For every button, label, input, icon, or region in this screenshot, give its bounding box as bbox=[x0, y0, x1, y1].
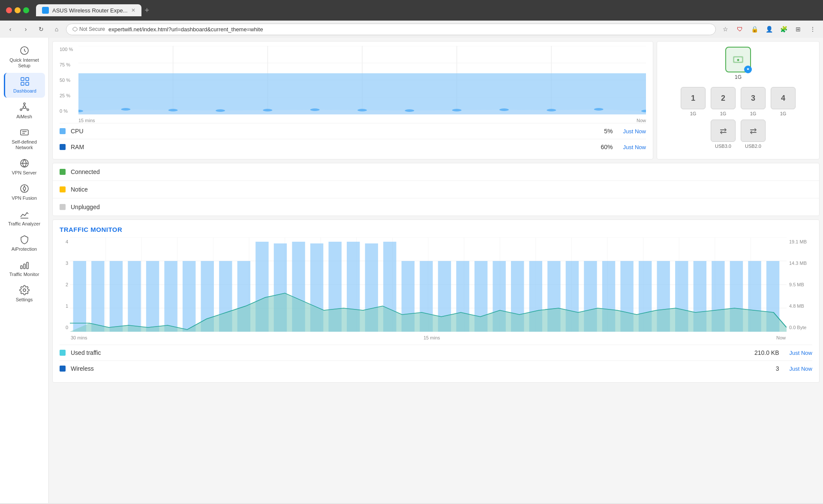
sidebar-item-quick-internet-setup[interactable]: Quick Internet Setup bbox=[4, 42, 45, 72]
legend-connected-label: Connected bbox=[71, 168, 100, 175]
traffic-monitor-title: TRAFFIC MONITOR bbox=[60, 226, 812, 233]
sidebar-item-traffic-analyzer[interactable]: Traffic Analyzer bbox=[4, 206, 45, 230]
svg-rect-75 bbox=[110, 261, 123, 332]
traffic-x-now: Now bbox=[776, 335, 786, 340]
legend-connected-dot bbox=[60, 169, 66, 175]
svg-rect-18 bbox=[21, 266, 22, 269]
cpu-time[interactable]: Just Now bbox=[623, 128, 646, 135]
cpu-row: CPU 5% Just Now bbox=[60, 123, 646, 139]
extension-button[interactable]: 🛡 bbox=[734, 23, 746, 35]
svg-line-10 bbox=[21, 108, 24, 109]
active-tab[interactable]: ASUS Wireless Router Expe... ✕ bbox=[36, 4, 141, 16]
sidebar-label-settings: Settings bbox=[16, 297, 33, 303]
usb3-box: ⇄ bbox=[711, 120, 736, 142]
used-traffic-time[interactable]: Just Now bbox=[790, 350, 812, 356]
svg-rect-12 bbox=[21, 130, 28, 135]
legend-unplugged-dot bbox=[60, 204, 66, 210]
security-indicator: Not Secure bbox=[72, 26, 105, 32]
x-label-15mins: 15 mins bbox=[78, 118, 95, 123]
svg-rect-1 bbox=[21, 78, 24, 81]
sidebar-label-self-defined-network: Self-defined Network bbox=[6, 139, 42, 150]
traffic-y-left-4: 4 bbox=[60, 239, 68, 244]
back-button[interactable]: ‹ bbox=[4, 23, 16, 35]
port-2: 2 1G bbox=[711, 87, 736, 116]
reload-button[interactable]: ↻ bbox=[35, 23, 47, 35]
traffic-x-30mins: 30 mins bbox=[71, 335, 87, 340]
sidebar-item-self-defined-network[interactable]: Self-defined Network bbox=[4, 124, 45, 154]
forward-button[interactable]: › bbox=[20, 23, 32, 35]
sidebar-label-traffic-monitor: Traffic Monitor bbox=[9, 272, 39, 277]
router-main-icon[interactable] bbox=[725, 47, 751, 72]
tab-close-button[interactable]: ✕ bbox=[131, 7, 135, 13]
close-button[interactable] bbox=[6, 7, 12, 13]
traffic-y-left-1: 1 bbox=[60, 303, 68, 309]
traffic-y-left-2: 2 bbox=[60, 282, 68, 287]
svg-point-40 bbox=[357, 109, 367, 111]
bookmark-button[interactable]: ☆ bbox=[719, 23, 731, 35]
address-bar[interactable]: Not Secure expertwifi.net/index.html?url… bbox=[66, 24, 716, 35]
port-3: 3 1G bbox=[741, 87, 766, 116]
port-4: 4 1G bbox=[771, 87, 796, 116]
sidebar-item-dashboard[interactable]: Dashboard bbox=[4, 73, 45, 97]
sidebar-label-aimesh: AiMesh bbox=[16, 114, 32, 120]
svg-rect-2 bbox=[26, 78, 29, 81]
legend-connected: Connected bbox=[53, 163, 819, 181]
sidebar-item-traffic-monitor[interactable]: Traffic Monitor bbox=[4, 256, 45, 281]
svg-point-43 bbox=[499, 108, 509, 111]
cpu-ram-chart-svg bbox=[78, 46, 646, 114]
minimize-button[interactable] bbox=[15, 7, 21, 13]
wireless-time[interactable]: Just Now bbox=[790, 366, 812, 372]
svg-point-37 bbox=[216, 109, 225, 112]
vpn-button[interactable]: 🔒 bbox=[748, 23, 760, 35]
maximize-button[interactable] bbox=[23, 7, 29, 13]
used-traffic-label: Used traffic bbox=[71, 349, 749, 356]
svg-rect-77 bbox=[146, 261, 159, 332]
sidebar: Quick Internet Setup Dashboard AiMesh bbox=[0, 38, 49, 503]
sidebar-label-quick-internet-setup: Quick Internet Setup bbox=[6, 57, 42, 69]
traffic-monitor-section: TRAFFIC MONITOR 4 3 2 1 0 bbox=[52, 219, 820, 383]
tab-title: ASUS Wireless Router Expe... bbox=[52, 7, 128, 14]
y-label-25: 25 % bbox=[60, 93, 77, 98]
sidebar-item-settings[interactable]: Settings bbox=[4, 282, 45, 306]
port-label-2: 1G bbox=[720, 111, 727, 116]
sidebar-label-dashboard: Dashboard bbox=[13, 88, 36, 94]
sidebar-label-traffic-analyzer: Traffic Analyzer bbox=[8, 221, 40, 227]
sidebar-item-vpn-server[interactable]: VPN Server bbox=[4, 155, 45, 179]
lan-ports-row: 1 1G 2 1G 3 bbox=[681, 87, 796, 116]
svg-rect-76 bbox=[128, 261, 141, 332]
sidebar-item-vpn-fusion[interactable]: VPN Fusion bbox=[4, 180, 45, 204]
used-traffic-dot bbox=[60, 350, 66, 356]
svg-point-21 bbox=[23, 289, 26, 291]
cpu-color-dot bbox=[60, 128, 66, 134]
traffic-y-right-48: 4.8 MB bbox=[789, 303, 812, 309]
svg-point-41 bbox=[405, 109, 414, 112]
usb2-box: ⇄ bbox=[741, 120, 766, 142]
svg-point-35 bbox=[121, 108, 130, 111]
main-content: 100 % 75 % 50 % 25 % 0 % bbox=[49, 38, 823, 503]
svg-point-42 bbox=[452, 109, 462, 111]
port-box-3: 3 bbox=[741, 87, 766, 109]
profile-button[interactable]: 👤 bbox=[763, 23, 775, 35]
ram-time[interactable]: Just Now bbox=[623, 144, 646, 150]
svg-point-6 bbox=[24, 103, 25, 105]
sidebar-item-aimesh[interactable]: AiMesh bbox=[4, 99, 45, 123]
wireless-row: Wireless 3 Just Now bbox=[60, 360, 812, 376]
new-tab-button[interactable]: + bbox=[145, 6, 150, 15]
traffic-y-right-143: 14.3 MB bbox=[789, 261, 812, 266]
legend-unplugged-label: Unplugged bbox=[71, 204, 100, 210]
ram-color-dot bbox=[60, 144, 66, 150]
router-diagram-panel: 1G 1 1G 2 bbox=[657, 41, 820, 159]
svg-point-36 bbox=[168, 109, 178, 111]
svg-rect-79 bbox=[183, 261, 195, 332]
port-number-4: 4 bbox=[781, 94, 785, 103]
usb-ports-row: ⇄ USB3.0 ⇄ USB2.0 bbox=[711, 120, 766, 149]
home-button[interactable]: ⌂ bbox=[51, 23, 63, 35]
extensions-button[interactable]: 🧩 bbox=[778, 23, 790, 35]
ram-value: 60% bbox=[601, 144, 613, 150]
used-traffic-row: Used traffic 210.0 KB Just Now bbox=[60, 345, 812, 360]
svg-point-45 bbox=[594, 108, 604, 111]
sidebar-item-aiprotection[interactable]: AiProtection bbox=[4, 231, 45, 255]
settings-button[interactable]: ⋮ bbox=[807, 23, 819, 35]
svg-rect-74 bbox=[91, 261, 104, 332]
sidebar-toggle-button[interactable]: ⊞ bbox=[792, 23, 804, 35]
